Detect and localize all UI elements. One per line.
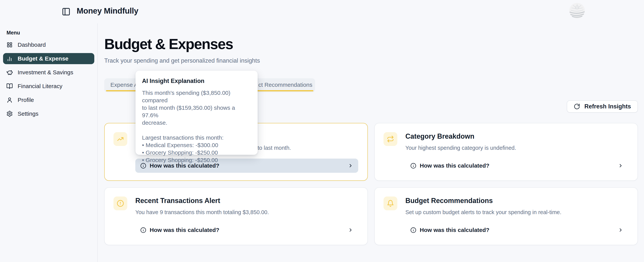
- sidebar-toggle-button[interactable]: [62, 7, 70, 16]
- user-icon: [6, 96, 13, 103]
- popover-title: AI Insight Explanation: [142, 78, 251, 84]
- chevron-right-icon: [618, 227, 623, 233]
- app-window: Money Mindfully Menu: [0, 0, 644, 262]
- refresh-button-label: Refresh Insights: [584, 103, 631, 110]
- popover-list-header: Largest transactions this month:: [142, 134, 251, 141]
- book-open-icon: [6, 83, 13, 90]
- insight-card-budget-recommendations: Budget Recommendations Set up custom bud…: [374, 187, 638, 245]
- bell-icon: [384, 197, 397, 210]
- how-calculated-row[interactable]: How was this calculated?: [135, 223, 358, 237]
- how-calculated-row[interactable]: How was this calculated?: [406, 223, 628, 237]
- ai-insight-popover: AI Insight Explanation This month's spen…: [136, 71, 258, 155]
- info-icon: [140, 227, 146, 233]
- trending-up-icon: [114, 132, 127, 146]
- sidebar-item-label: Profile: [18, 97, 34, 103]
- gear-icon: [6, 110, 13, 117]
- how-calculated-row[interactable]: How was this calculated?: [406, 159, 628, 173]
- sidebar-item-dashboard[interactable]: Dashboard: [3, 39, 94, 50]
- bar-chart-icon: [6, 55, 13, 62]
- refresh-icon: [574, 103, 580, 110]
- card-subtitle: Set up custom budget alerts to track you…: [406, 209, 628, 216]
- sidebar-item-label: Budget & Expense: [18, 55, 68, 62]
- tab-expense-analysis[interactable]: Expense A: [110, 78, 138, 91]
- app-title: Money Mindfully: [77, 6, 138, 15]
- sidebar-item-financial-literacy[interactable]: Financial Literacy: [3, 81, 94, 92]
- piggy-bank-icon: [6, 69, 13, 76]
- chevron-right-icon: [348, 163, 353, 168]
- insight-card-recent-transactions: Recent Transactions Alert You have 9 tra…: [104, 187, 368, 245]
- popover-text-line: This month's spending ($3,850.00) compar…: [142, 89, 251, 104]
- sidebar-item-label: Investment & Savings: [18, 69, 73, 76]
- sidebar-item-label: Financial Literacy: [18, 83, 62, 89]
- popover-list-item: • Grocery Shopping: -$250.00: [142, 149, 251, 156]
- panel-left-icon: [62, 7, 70, 16]
- header: Money Mindfully: [0, 0, 644, 23]
- insight-card-category-breakdown: Category Breakdown Your highest spending…: [374, 123, 638, 181]
- popover-list-item: • Medical Expenses: -$300.00: [142, 141, 251, 149]
- sidebar-item-profile[interactable]: Profile: [3, 94, 94, 106]
- card-subtitle: Your highest spending category is undefi…: [406, 144, 628, 151]
- info-icon: [410, 163, 416, 169]
- sidebar-item-investment-savings[interactable]: Investment & Savings: [3, 67, 94, 78]
- sidebar-item-settings[interactable]: Settings: [3, 108, 94, 119]
- info-icon: [410, 227, 416, 233]
- sidebar-section-label: Menu: [6, 30, 94, 36]
- card-title: Recent Transactions Alert: [135, 197, 358, 205]
- how-calculated-label: How was this calculated?: [420, 227, 489, 233]
- how-calculated-label: How was this calculated?: [150, 227, 219, 233]
- card-subtitle: You have 9 transactions this month total…: [135, 209, 358, 216]
- sidebar-item-budget-expense[interactable]: Budget & Expense: [3, 53, 94, 64]
- popover-text-line: to last month ($159,350.00) shows a 97.6…: [142, 104, 251, 119]
- alert-circle-icon: [114, 197, 127, 210]
- page-subtitle: Track your spending and get personalized…: [104, 57, 638, 64]
- sidebar-item-label: Settings: [18, 110, 38, 117]
- popover-list-item: • Grocery Shopping: -$250.00: [142, 156, 251, 164]
- popover-text-line: decrease.: [142, 119, 251, 126]
- avatar[interactable]: [569, 3, 585, 18]
- sidebar-item-label: Dashboard: [18, 41, 46, 48]
- how-calculated-label: How was this calculated?: [420, 162, 489, 169]
- page-title: Budget & Expenses: [104, 36, 638, 52]
- dashboard-grid-icon: [6, 41, 13, 48]
- repeat-icon: [384, 132, 397, 146]
- chevron-right-icon: [348, 227, 353, 233]
- tab-recommendations[interactable]: ct Recommendations: [258, 78, 312, 91]
- sidebar: Menu Dashboard Budget & Expense: [0, 23, 98, 262]
- card-title: Budget Recommendations: [406, 197, 628, 205]
- card-title: Category Breakdown: [406, 132, 628, 141]
- chevron-right-icon: [618, 163, 623, 168]
- refresh-insights-button[interactable]: Refresh Insights: [567, 100, 638, 113]
